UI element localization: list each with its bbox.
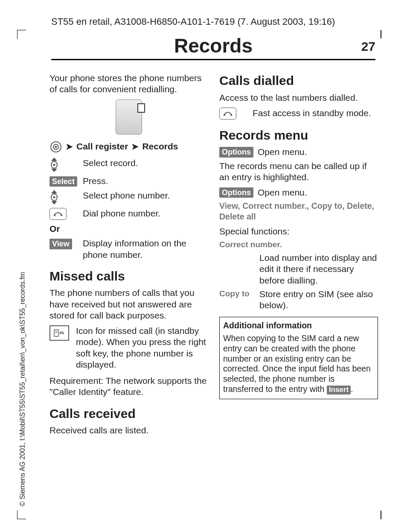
scroll-key-icon — [49, 158, 76, 172]
open-menu-text: Open menu. — [258, 146, 307, 158]
calls-received-desc: Received calls are listed. — [49, 425, 208, 436]
svg-point-9 — [53, 196, 55, 199]
intro-text: Your phone stores the phone numbers of c… — [49, 73, 208, 95]
nav-call-register: Call register — [76, 141, 128, 152]
missed-calls-desc: The phone numbers of calls that you have… — [49, 287, 208, 321]
page-number: 27 — [361, 39, 375, 54]
svg-marker-6 — [51, 169, 57, 172]
additional-info-title: Additional information — [223, 321, 374, 331]
select-softkey-label: Select — [49, 176, 77, 187]
additional-info-body: When copying to the SIM card a new entry… — [223, 333, 371, 394]
left-column: Your phone stores the phone numbers of c… — [49, 73, 208, 440]
scroll-key-icon — [49, 190, 76, 205]
svg-rect-13 — [54, 330, 58, 336]
insert-softkey-label: Insert — [327, 386, 351, 395]
step-press: Press. — [83, 175, 108, 187]
copy-to-label: Copy to — [219, 289, 254, 311]
select-softkey-icon: Select — [49, 175, 76, 187]
correct-number-label: Correct number. — [219, 240, 378, 250]
header-path: ST55 en retail, A31008-H6850-A101-1-7619… — [51, 16, 335, 27]
nav-records: Records — [142, 141, 178, 152]
center-key-icon — [49, 140, 62, 153]
svg-rect-12 — [61, 215, 62, 216]
copyright-sidetext: © Siemens AG 2001, I:\Mobil\ST55\ST55_re… — [19, 272, 26, 506]
calls-dialled-desc: Access to the last numbers dialled. — [219, 92, 378, 103]
or-label: Or — [49, 223, 208, 234]
correct-number-desc: Load number into display and edit it the… — [259, 252, 378, 286]
open-menu-text: Open menu. — [258, 187, 307, 198]
view-softkey-label: View — [49, 239, 72, 249]
view-description: Display information on the phone number. — [83, 238, 208, 260]
svg-rect-16 — [224, 114, 225, 116]
arrow-icon: ➤ — [66, 141, 73, 152]
crop-mark-tr — [381, 30, 381, 38]
svg-marker-10 — [51, 201, 57, 205]
step-select-record: Select record. — [83, 158, 138, 169]
call-key-icon — [49, 208, 76, 220]
records-menu-heading: Records menu — [219, 127, 378, 143]
fast-access-desc: Fast access in standby mode. — [253, 108, 371, 119]
page-title-bar: Records 27 — [51, 34, 375, 60]
svg-marker-7 — [51, 190, 57, 193]
step-dial: Dial phone number. — [83, 208, 160, 219]
additional-info-box: Additional information When copying to t… — [219, 317, 378, 399]
calls-dialled-heading: Calls dialled — [219, 73, 378, 89]
view-softkey-icon: View — [49, 238, 76, 249]
special-functions-heading: Special functions: — [219, 226, 378, 237]
step-select-phone: Select phone number. — [83, 190, 170, 201]
crop-mark-tl — [17, 30, 26, 39]
crop-mark-br — [381, 511, 381, 519]
arrow-icon: ➤ — [131, 141, 139, 152]
nav-path-row: ➤ Call register ➤ Records — [49, 140, 208, 153]
records-menu-desc: The records menu can be called up if an … — [219, 161, 378, 183]
svg-rect-17 — [230, 114, 232, 116]
calls-received-heading: Calls received — [49, 406, 208, 422]
svg-marker-3 — [51, 158, 57, 161]
svg-point-5 — [53, 164, 55, 166]
right-column: Calls dialled Access to the last numbers… — [219, 73, 378, 440]
missed-call-icon-desc: Icon for missed call (in standby mode). … — [76, 325, 208, 370]
phone-illustration-icon — [116, 99, 142, 134]
missed-calls-heading: Missed calls — [49, 268, 208, 284]
options-softkey-label: Options — [219, 147, 253, 158]
missed-call-icon — [49, 325, 69, 341]
svg-rect-11 — [54, 215, 55, 216]
options-softkey-label: Options — [219, 187, 253, 198]
call-key-icon — [219, 108, 246, 120]
missed-requirement: Requirement: The network supports the "C… — [49, 375, 208, 398]
copy-to-desc: Store entry on SIM (see also below). — [259, 289, 378, 311]
crop-mark-bl — [17, 510, 26, 519]
menu-items-list: View, Correct number., Copy to, Delete, … — [219, 201, 378, 222]
page-title: Records — [174, 35, 253, 57]
additional-info-body-after: . — [351, 384, 353, 394]
svg-point-2 — [55, 146, 57, 148]
